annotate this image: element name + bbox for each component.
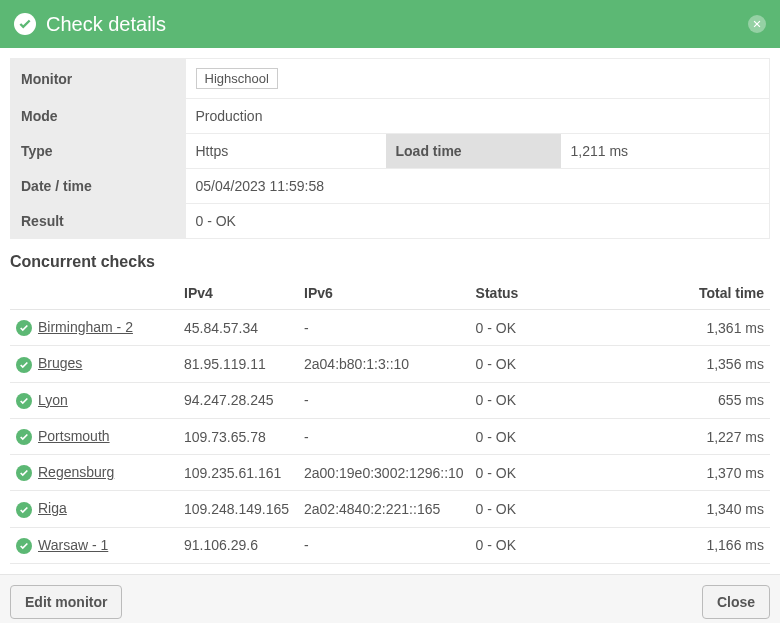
result-label: Result — [11, 204, 186, 239]
ok-status-icon — [14, 13, 36, 35]
concurrent-table: IPv4 IPv6 Status Total time Birmingham -… — [10, 277, 770, 564]
row-ipv6: - — [298, 527, 470, 563]
col-ipv4: IPv4 — [178, 277, 298, 310]
col-ipv6: IPv6 — [298, 277, 470, 310]
table-row: Portsmouth109.73.65.78-0 - OK1,227 ms — [10, 418, 770, 454]
row-status: 0 - OK — [470, 346, 660, 382]
modal-footer: Edit monitor Close — [0, 574, 780, 623]
location-link[interactable]: Regensburg — [38, 464, 114, 480]
modal-body: Monitor Highschool Mode Production Type … — [0, 48, 780, 574]
table-row: Bruges81.95.119.112a04:b80:1:3::100 - OK… — [10, 346, 770, 382]
close-button[interactable]: Close — [702, 585, 770, 619]
ok-status-icon — [16, 429, 32, 445]
location-link[interactable]: Portsmouth — [38, 428, 110, 444]
row-status: 0 - OK — [470, 418, 660, 454]
ok-status-icon — [16, 465, 32, 481]
monitor-value: Highschool — [186, 59, 770, 99]
table-row: Lyon94.247.28.245-0 - OK655 ms — [10, 382, 770, 418]
details-table: Monitor Highschool Mode Production Type … — [10, 58, 770, 239]
monitor-label: Monitor — [11, 59, 186, 99]
row-ipv4: 109.73.65.78 — [178, 418, 298, 454]
row-location: Portsmouth — [10, 418, 178, 454]
col-total-time: Total time — [660, 277, 770, 310]
row-ipv4: 45.84.57.34 — [178, 310, 298, 346]
location-link[interactable]: Birmingham - 2 — [38, 319, 133, 335]
ok-status-icon — [16, 538, 32, 554]
row-total-time: 1,370 ms — [660, 455, 770, 491]
row-ipv4: 91.106.29.6 — [178, 527, 298, 563]
table-row: Regensburg109.235.61.1612a00:19e0:3002:1… — [10, 455, 770, 491]
ok-status-icon — [16, 357, 32, 373]
result-value: 0 - OK — [186, 204, 770, 239]
location-link[interactable]: Lyon — [38, 392, 68, 408]
row-location: Lyon — [10, 382, 178, 418]
row-ipv4: 109.235.61.161 — [178, 455, 298, 491]
table-row: Warsaw - 191.106.29.6-0 - OK1,166 ms — [10, 527, 770, 563]
row-ipv6: 2a00:19e0:3002:1296::10 — [298, 455, 470, 491]
row-location: Riga — [10, 491, 178, 527]
row-status: 0 - OK — [470, 455, 660, 491]
loadtime-value: 1,211 ms — [561, 134, 770, 169]
row-ipv6: 2a04:b80:1:3::10 — [298, 346, 470, 382]
mode-value: Production — [186, 99, 770, 134]
row-total-time: 655 ms — [660, 382, 770, 418]
row-ipv4: 81.95.119.11 — [178, 346, 298, 382]
row-status: 0 - OK — [470, 310, 660, 346]
row-location: Regensburg — [10, 455, 178, 491]
loadtime-label: Load time — [386, 134, 561, 169]
row-location: Birmingham - 2 — [10, 310, 178, 346]
location-link[interactable]: Warsaw - 1 — [38, 537, 108, 553]
row-total-time: 1,356 ms — [660, 346, 770, 382]
row-total-time: 1,361 ms — [660, 310, 770, 346]
modal-header: Check details — [0, 0, 780, 48]
datetime-value: 05/04/2023 11:59:58 — [186, 169, 770, 204]
row-ipv6: - — [298, 310, 470, 346]
row-ipv6: - — [298, 418, 470, 454]
row-status: 0 - OK — [470, 382, 660, 418]
row-ipv4: 94.247.28.245 — [178, 382, 298, 418]
col-location — [10, 277, 178, 310]
row-total-time: 1,166 ms — [660, 527, 770, 563]
row-total-time: 1,227 ms — [660, 418, 770, 454]
datetime-label: Date / time — [11, 169, 186, 204]
ok-status-icon — [16, 502, 32, 518]
close-icon[interactable] — [748, 15, 766, 33]
col-status: Status — [470, 277, 660, 310]
ok-status-icon — [16, 320, 32, 336]
monitor-tag[interactable]: Highschool — [196, 68, 278, 89]
row-ipv4: 109.248.149.165 — [178, 491, 298, 527]
row-status: 0 - OK — [470, 491, 660, 527]
location-link[interactable]: Bruges — [38, 355, 82, 371]
row-total-time: 1,340 ms — [660, 491, 770, 527]
mode-label: Mode — [11, 99, 186, 134]
type-label: Type — [11, 134, 186, 169]
row-ipv6: 2a02:4840:2:221::165 — [298, 491, 470, 527]
row-location: Bruges — [10, 346, 178, 382]
type-value: Https — [186, 134, 386, 169]
modal-title: Check details — [46, 13, 748, 36]
check-details-modal: Check details Monitor Highschool Mode Pr… — [0, 0, 780, 623]
concurrent-title: Concurrent checks — [10, 253, 770, 271]
location-link[interactable]: Riga — [38, 500, 67, 516]
row-status: 0 - OK — [470, 527, 660, 563]
row-location: Warsaw - 1 — [10, 527, 178, 563]
table-row: Birmingham - 245.84.57.34-0 - OK1,361 ms — [10, 310, 770, 346]
edit-monitor-button[interactable]: Edit monitor — [10, 585, 122, 619]
row-ipv6: - — [298, 382, 470, 418]
table-row: Riga109.248.149.1652a02:4840:2:221::1650… — [10, 491, 770, 527]
ok-status-icon — [16, 393, 32, 409]
